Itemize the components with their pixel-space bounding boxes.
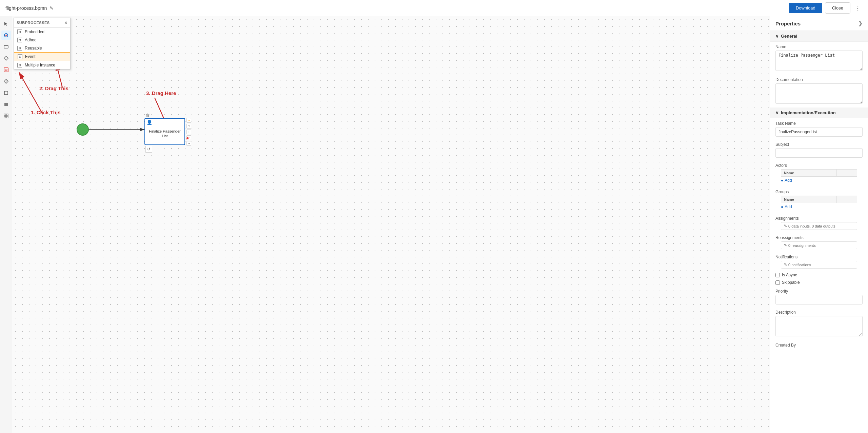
section-implementation[interactable]: ∨ Implementation/Execution (770, 107, 868, 118)
canvas-area[interactable]: SUBPROCESSES × ⊞ Embedded ⊞ Adhoc ⊞ Reus… (12, 16, 770, 433)
tool-subprocess[interactable] (1, 65, 11, 75)
documentation-input[interactable] (775, 83, 863, 104)
section-general[interactable]: ∨ General (770, 31, 868, 42)
add-group-label: Add (785, 204, 792, 209)
embedded-icon: ⊞ (17, 29, 22, 34)
properties-title: Properties (775, 21, 801, 26)
add-actor-label: Add (785, 178, 792, 183)
priority-input[interactable] (775, 295, 863, 304)
side-icon-2[interactable]: □ (186, 124, 191, 129)
subject-label: Subject (775, 142, 863, 147)
subprocess-item-reusable[interactable]: ⊞ Reusable (14, 44, 70, 52)
assignments-field: Assignments ✎ 0 data inputs, 0 data outp… (770, 213, 868, 233)
subject-input[interactable] (775, 148, 863, 158)
name-field: Name (770, 42, 868, 75)
side-icon-5[interactable]: → (186, 141, 191, 146)
groups-col-name: Name (781, 196, 837, 203)
is-async-label: Is Async (782, 273, 797, 277)
assignments-value: 0 data inputs, 0 data outputs (788, 224, 835, 228)
groups-table: Name (781, 196, 857, 203)
tool-gateway[interactable] (1, 54, 11, 63)
task-name-input[interactable] (775, 127, 863, 137)
section-general-label: General (781, 34, 797, 39)
task-side-icons: → □ + ○ → (186, 118, 191, 146)
tool-event[interactable] (1, 31, 11, 40)
event-label: Event (25, 54, 36, 59)
created-by-label: Created By (775, 343, 863, 348)
task-marker: ▲ (185, 135, 190, 140)
task-node-header: 👤 (145, 119, 184, 126)
properties-collapse-icon[interactable]: ❯ (858, 20, 863, 26)
is-async-row: Is Async (770, 271, 868, 279)
tool-artifact[interactable] (1, 100, 11, 109)
subprocess-item-adhoc[interactable]: ⊞ Adhoc (14, 36, 70, 44)
multiple-instance-label: Multiple Instance (25, 63, 55, 67)
subprocess-title: SUBPROCESSES (17, 21, 50, 25)
svg-rect-13 (4, 114, 6, 116)
task-node[interactable]: 👤 Finalize Passenger List (144, 118, 185, 145)
more-options-icon[interactable]: ⋮ (853, 3, 863, 14)
reassignments-value: 0 reassignments (788, 243, 816, 248)
download-button[interactable]: Download (789, 3, 822, 13)
actors-table: Name (781, 169, 857, 177)
subprocess-item-event[interactable]: ⊞ Event (14, 52, 70, 61)
subprocess-item-embedded[interactable]: ⊞ Embedded (14, 28, 70, 36)
subject-field: Subject (770, 139, 868, 160)
task-loop-icon[interactable]: ↺ (145, 146, 152, 153)
notifications-edit-icon: ✎ (784, 262, 787, 267)
header-right: Download Close ⋮ (789, 2, 863, 14)
actors-col-name: Name (781, 170, 837, 177)
description-label: Description (775, 310, 863, 315)
reusable-icon: ⊞ (17, 46, 22, 51)
created-by-field: Created By (770, 340, 868, 352)
side-icon-1[interactable]: → (186, 118, 191, 123)
annotation-3: 3. Drag Here (146, 90, 176, 96)
tool-data[interactable] (1, 88, 11, 98)
description-field: Description (770, 307, 868, 340)
embedded-label: Embedded (25, 29, 44, 34)
tool-task[interactable] (1, 42, 11, 52)
close-button[interactable]: Close (825, 2, 850, 14)
add-actor-icon: ● (781, 178, 783, 183)
is-async-checkbox[interactable] (775, 273, 780, 277)
chevron-implementation: ∨ (775, 110, 779, 115)
task-person-icon: 👤 (146, 120, 152, 125)
properties-header: Properties ❯ (770, 16, 868, 31)
priority-field: Priority (770, 286, 868, 307)
notifications-badge[interactable]: ✎ 0 notifications (781, 261, 857, 269)
file-title: flight-process.bpmn (5, 5, 47, 11)
groups-label: Groups (775, 190, 863, 194)
svg-rect-5 (4, 68, 8, 72)
reassignments-field: Reassignments ✎ 0 reassignments (770, 233, 868, 252)
task-delete-icon[interactable]: 🗑 (145, 113, 150, 118)
tool-cursor[interactable] (1, 19, 11, 28)
description-input[interactable] (775, 316, 863, 336)
tool-boundary[interactable] (1, 77, 11, 86)
svg-rect-6 (5, 69, 7, 71)
subprocess-item-multiple-instance[interactable]: ⊞ Multiple Instance (14, 61, 70, 69)
skippable-checkbox[interactable] (775, 280, 780, 285)
name-label: Name (775, 44, 863, 49)
reusable-label: Reusable (25, 46, 42, 51)
reassignments-edit-icon: ✎ (784, 243, 787, 248)
side-icon-add[interactable]: + (186, 130, 191, 134)
reassignments-badge[interactable]: ✎ 0 reassignments (781, 241, 857, 249)
name-input[interactable] (775, 51, 863, 71)
subprocess-close-button[interactable]: × (64, 20, 67, 25)
add-actor-button[interactable]: ● Add (775, 177, 863, 184)
tool-grid[interactable] (1, 111, 11, 121)
actors-label: Actors (775, 163, 863, 168)
documentation-field: Documentation (770, 75, 868, 107)
start-event[interactable] (77, 123, 89, 136)
add-group-button[interactable]: ● Add (775, 203, 863, 211)
actors-field: Actors Name ● Add (770, 160, 868, 187)
task-name-label: Task Name (775, 121, 863, 126)
svg-rect-9 (4, 91, 8, 95)
task-name: Finalize Passenger List (145, 126, 184, 140)
edit-title-icon[interactable]: ✎ (50, 5, 54, 11)
task-name-field: Task Name (770, 118, 868, 139)
chevron-general: ∨ (775, 34, 779, 39)
svg-line-20 (19, 72, 42, 113)
assignments-badge[interactable]: ✎ 0 data inputs, 0 data outputs (781, 222, 857, 230)
groups-field: Groups Name ● Add (770, 187, 868, 213)
